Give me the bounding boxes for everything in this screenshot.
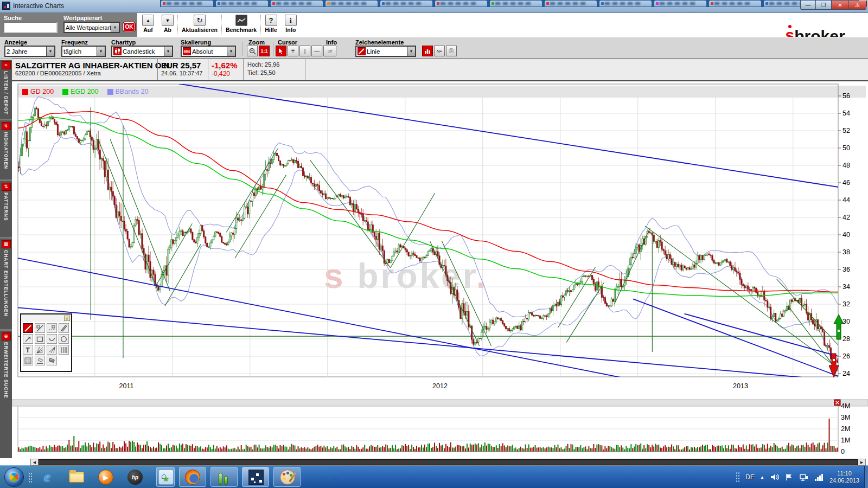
level-line-tool[interactable]: L (47, 323, 57, 333)
browser-tab[interactable] (435, 1, 487, 7)
browser-tab[interactable] (490, 1, 542, 7)
paint-app-icon[interactable] (279, 469, 296, 485)
show-desktop-button[interactable] (864, 466, 868, 488)
wertpapierart-select[interactable]: Alle Wertpapierarten ▼ (63, 22, 120, 33)
charttyp-label: Charttyp (111, 39, 136, 46)
taskbar-clock[interactable]: 11:10 24.06.2013 (829, 470, 859, 484)
eraser-tool[interactable] (35, 356, 45, 365)
home-app-icon[interactable]: ⌂★ (158, 469, 174, 485)
minimize-button[interactable]: — (800, 1, 816, 10)
price-chart[interactable]: 5654525048464442403836343230282624201120… (12, 81, 868, 396)
background-browser-tabstrip[interactable] (160, 0, 859, 7)
arrow-tool[interactable] (23, 334, 33, 344)
arc-tool[interactable] (47, 334, 57, 344)
scroll-right-icon[interactable]: ▶ (858, 459, 865, 465)
hilfe-button[interactable]: ? (265, 15, 277, 26)
info-button[interactable]: i (285, 15, 297, 26)
parallel-lines-tool[interactable] (59, 323, 69, 333)
horizontal-scrollbar[interactable]: ◀ ▶ (30, 459, 866, 466)
aktualisieren-button[interactable]: ↻ (194, 15, 206, 26)
chevron-down-icon[interactable]: ▼ (111, 23, 119, 32)
grid-tool[interactable] (23, 356, 33, 365)
browser-tab[interactable] (380, 1, 432, 7)
browser-tab[interactable] (161, 1, 213, 7)
ab-button[interactable]: ▼ (162, 15, 174, 26)
frequenz-select[interactable]: täglich▼ (61, 46, 106, 57)
taskbar-hp[interactable]: hp (127, 469, 143, 485)
browser-tab[interactable] (271, 1, 323, 7)
volume-icon[interactable] (770, 473, 780, 481)
sidebar-tab-patterns[interactable]: ⇅ PATTERNS (0, 181, 12, 239)
rectangle-tool[interactable] (35, 334, 45, 344)
cursor-cross-button[interactable]: + (288, 46, 298, 56)
start-button[interactable] (4, 467, 24, 487)
browser-tab[interactable] (326, 1, 378, 7)
delete-drawings-tool[interactable] (47, 356, 57, 365)
volume-panel-button[interactable] (422, 46, 433, 56)
last-price: EUR 25,57 (161, 61, 202, 70)
charttyp-select[interactable]: Candlestick▼ (111, 46, 173, 57)
restore-button[interactable]: ❐ (816, 1, 832, 10)
sidebar-tab-erweiterte-suche[interactable]: ⊕ ERWEITERTE SUCHE (0, 331, 12, 420)
green-app-icon[interactable] (216, 469, 233, 485)
signals-panel-button[interactable]: Ⓢ (446, 46, 457, 56)
zoom-in-icon[interactable] (247, 46, 258, 56)
browser-tab[interactable] (599, 1, 652, 7)
svg-text:56: 56 (843, 92, 850, 100)
firefox-icon[interactable] (184, 469, 201, 485)
svg-text:24: 24 (843, 370, 850, 377)
action-center-flag-icon[interactable] (785, 473, 794, 481)
window-titlebar: × Interactive Charts — ❐ ✕ ⚠ (0, 0, 868, 13)
system-tray: DE ▲ 11:10 24.06.2013 (736, 466, 865, 488)
news-panel-button[interactable]: N≡ (434, 46, 445, 56)
svg-text:26: 26 (843, 352, 850, 360)
palette-titlebar[interactable]: ✕ (21, 314, 71, 322)
speed-lines-tool[interactable] (47, 345, 57, 355)
taskbar-media-player[interactable]: ▶ (98, 469, 114, 485)
sidebar-tab-listen-depot[interactable]: ≡ LISTEN / DEPOT (0, 60, 12, 120)
trend-label-line-tool[interactable]: I (35, 323, 45, 333)
vertical-lines-tool[interactable] (59, 345, 69, 355)
fan-lines-tool[interactable] (35, 345, 45, 355)
zeichenelemente-select[interactable]: Linie▼ (355, 46, 416, 57)
scroll-left-icon[interactable]: ◀ (31, 459, 39, 465)
ok-button[interactable]: OK (123, 22, 135, 31)
scrollbar-thumb[interactable] (39, 459, 858, 465)
palette-close-icon[interactable]: ✕ (64, 316, 70, 321)
browser-tab[interactable] (654, 1, 706, 7)
info-off-button[interactable]: off (323, 46, 336, 56)
suche-input[interactable] (3, 22, 58, 33)
anzeige-select[interactable]: 2 Jahre▼ (4, 46, 55, 57)
volume-chart[interactable]: 4M3M2M1M0 (12, 399, 868, 459)
close-button[interactable]: ✕ (832, 1, 849, 10)
sidebar-tab-indikatoren[interactable]: ↯ INDIKATOREN (0, 120, 12, 181)
day-low: Tief: 25,50 (247, 69, 279, 76)
svg-text:4M: 4M (841, 402, 850, 410)
browser-tab[interactable] (709, 1, 761, 7)
line-tool[interactable] (23, 323, 33, 333)
taskbar-explorer[interactable] (68, 469, 85, 485)
tray-expand-icon[interactable]: ▲ (760, 475, 764, 480)
browser-tab[interactable] (545, 1, 597, 7)
cursor-label: Cursor (278, 39, 297, 46)
browser-tab[interactable] (216, 1, 268, 7)
text-tool[interactable]: T (23, 345, 33, 355)
chart-panel: GD 200 EGD 200 BBands 20 s broker. 56545… (12, 81, 868, 465)
zoom-1-1-button[interactable]: 1:1 (259, 46, 270, 56)
skalierung-select[interactable]: abs Absolut▼ (181, 46, 236, 57)
sidebar-tab-chart-einstellungen[interactable]: ▦ CHART EINSTELLUNGEN (0, 239, 12, 331)
svg-text:I: I (37, 325, 38, 328)
chevron-down-icon: ▼ (407, 47, 415, 56)
signal-strength-icon[interactable] (814, 473, 824, 481)
ellipse-tool[interactable] (59, 334, 69, 344)
auf-button[interactable]: ▲ (142, 15, 154, 26)
language-indicator[interactable]: DE (745, 473, 755, 481)
charts-app-icon[interactable] (248, 469, 264, 485)
cursor-hline-button[interactable]: — (311, 46, 322, 56)
taskbar-internet-explorer[interactable]: e (39, 469, 55, 485)
cursor-arrow-button[interactable] (276, 46, 286, 56)
benchmark-button[interactable] (235, 15, 247, 26)
cursor-vline-button[interactable]: | (299, 46, 310, 56)
network-plug-icon[interactable] (799, 473, 809, 481)
chart-settings-icon: ▦ (2, 240, 11, 248)
